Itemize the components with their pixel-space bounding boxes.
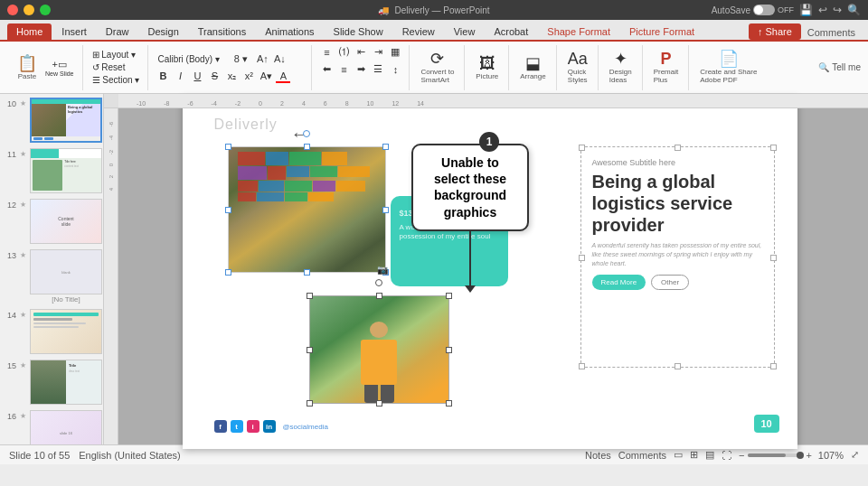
bullets-button[interactable]: ≡ xyxy=(318,45,335,60)
minimize-button[interactable] xyxy=(24,5,34,15)
del-handle-bm[interactable] xyxy=(376,400,382,407)
font-color-button[interactable]: A xyxy=(275,69,291,83)
del-handle-mr[interactable] xyxy=(446,347,452,353)
slide-img-15[interactable]: Title desc text xyxy=(30,360,102,405)
slide-img-12[interactable]: Contentslide xyxy=(30,199,102,244)
instagram-icon[interactable]: i xyxy=(247,420,259,433)
columns-button[interactable]: ▦ xyxy=(387,45,403,60)
rp-handle-tm[interactable] xyxy=(675,145,681,151)
picture-button[interactable]: 🖼 Picture xyxy=(471,52,503,83)
zoom-out-icon[interactable]: − xyxy=(739,450,744,461)
tab-acrobat[interactable]: Acrobat xyxy=(485,23,537,40)
handle-bm[interactable] xyxy=(304,269,310,276)
rp-handle-tr[interactable] xyxy=(770,145,777,151)
numbering-button[interactable]: ⑴ xyxy=(335,45,352,60)
zoom-slider[interactable] xyxy=(748,453,802,457)
slide-thumb-14[interactable]: 14 ★ xyxy=(4,309,99,354)
tab-home[interactable]: Home xyxy=(7,23,52,40)
slide-sorter-icon[interactable]: ⊞ xyxy=(690,449,698,461)
window-controls[interactable] xyxy=(7,5,51,15)
tab-insert[interactable]: Insert xyxy=(52,23,96,40)
del-handle-tm[interactable] xyxy=(376,293,382,299)
superscript-button[interactable]: x² xyxy=(241,69,257,83)
tab-picture-format[interactable]: Picture Format xyxy=(620,23,703,40)
handle-tm[interactable] xyxy=(304,144,310,150)
bold-button[interactable]: B xyxy=(155,69,171,83)
rp-handle-tl[interactable] xyxy=(579,145,585,151)
handle-tr[interactable] xyxy=(382,144,389,150)
slide-thumb-15[interactable]: 15 ★ Title desc text xyxy=(4,360,99,405)
del-handle-bl[interactable] xyxy=(307,400,313,407)
increase-indent-button[interactable]: ⇥ xyxy=(370,45,386,60)
other-button[interactable]: Other xyxy=(651,275,689,290)
rp-handle-br[interactable] xyxy=(770,363,777,369)
tell-me-search[interactable]: 🔍 Tell me xyxy=(818,62,861,72)
reset-button[interactable]: ↺ Reset xyxy=(90,61,143,73)
normal-view-icon[interactable]: ▭ xyxy=(674,449,683,461)
subscript-button[interactable]: x₂ xyxy=(223,69,240,83)
quick-styles-button[interactable]: Aa QuickStyles xyxy=(563,48,592,87)
del-handle-tr[interactable] xyxy=(446,293,452,299)
tab-animations[interactable]: Animations xyxy=(256,23,323,40)
line-spacing-button[interactable]: ↕ xyxy=(387,62,403,77)
font-selector[interactable]: Calibri (Body) ▾ xyxy=(155,51,227,66)
justify-button[interactable]: ☰ xyxy=(370,62,386,77)
slide-img-13[interactable]: blank xyxy=(30,249,102,294)
slide-img-14[interactable] xyxy=(30,309,102,354)
font-decrease[interactable]: A↓ xyxy=(271,51,288,66)
del-handle-tl[interactable] xyxy=(307,293,313,299)
notes-button[interactable]: Notes xyxy=(585,450,611,461)
font-size[interactable]: 8 ▾ xyxy=(228,51,253,66)
tab-transitions[interactable]: Transitions xyxy=(189,23,255,40)
handle-bl[interactable] xyxy=(225,269,231,276)
linkedin-icon[interactable]: in xyxy=(263,420,276,433)
align-left-button[interactable]: ⬅ xyxy=(318,62,335,77)
maximize-button[interactable] xyxy=(40,5,51,15)
italic-button[interactable]: I xyxy=(172,69,188,83)
handle-tl[interactable] xyxy=(225,144,231,150)
presenter-view-icon[interactable]: ⛶ xyxy=(722,450,731,461)
align-right-button[interactable]: ➡ xyxy=(353,62,369,77)
rp-handle-bl[interactable] xyxy=(579,363,585,369)
twitter-icon[interactable]: t xyxy=(231,420,243,433)
layout-button[interactable]: ⊞ Layout ▾ xyxy=(90,49,143,61)
handle-mr[interactable] xyxy=(382,207,389,213)
slide-img-16[interactable]: slide 16 xyxy=(30,410,102,444)
title-icon-1[interactable]: 💾 xyxy=(799,4,813,16)
cargo-image-container[interactable]: 📷 xyxy=(228,146,386,273)
slide-img-11[interactable]: Title here content text xyxy=(30,148,102,193)
strikethrough-button[interactable]: S xyxy=(206,69,222,83)
del-handle-br[interactable] xyxy=(446,400,452,407)
new-slide-button[interactable]: +▭ New Slide xyxy=(42,58,77,78)
tab-draw[interactable]: Draw xyxy=(97,23,138,40)
del-handle-ml[interactable] xyxy=(307,347,313,353)
tab-review[interactable]: Review xyxy=(393,23,444,40)
autosave-toggle[interactable] xyxy=(753,5,775,15)
convert-smartart-button[interactable]: ⟳ Convert toSmartArt xyxy=(416,48,458,87)
tab-slideshow[interactable]: Slide Show xyxy=(325,23,392,40)
section-button[interactable]: ☰ Section ▾ xyxy=(90,74,143,86)
slide-thumb-13[interactable]: 13 ★ blank [No Title] xyxy=(4,249,99,304)
slide-thumb-12[interactable]: 12 ★ Contentslide xyxy=(4,199,99,244)
comments-button[interactable]: Comments xyxy=(802,25,861,40)
share-button[interactable]: ↑ Share xyxy=(749,23,801,40)
title-icon-3[interactable]: ↪ xyxy=(833,4,842,16)
close-button[interactable] xyxy=(7,5,18,15)
text-shadow-button[interactable]: A▾ xyxy=(258,69,274,83)
title-icon-2[interactable]: ↩ xyxy=(818,4,827,16)
reading-view-icon[interactable]: ▤ xyxy=(705,449,714,461)
decrease-indent-button[interactable]: ⇤ xyxy=(353,45,369,60)
zoom-in-icon[interactable]: + xyxy=(806,450,811,461)
design-ideas-button[interactable]: ✦ DesignIdeas xyxy=(605,48,637,87)
slide-thumb-11[interactable]: 11 ★ Title here content text xyxy=(4,148,99,193)
slide-thumb-16[interactable]: 16 ★ slide 16 xyxy=(4,410,99,444)
align-center-button[interactable]: ≡ xyxy=(335,62,352,77)
rp-handle-ml[interactable] xyxy=(579,255,585,261)
tab-shape-format[interactable]: Shape Format xyxy=(538,23,619,40)
handle-ml[interactable] xyxy=(225,207,231,213)
comments-button-status[interactable]: Comments xyxy=(618,450,666,461)
canvas-area[interactable]: -10-8-6-4-202468101214 -6 -4 -2 0 2 4 De… xyxy=(104,94,868,444)
arrange-button[interactable]: ⬓ Arrange xyxy=(515,52,550,83)
facebook-icon[interactable]: f xyxy=(214,420,227,433)
fit-slide-icon[interactable]: ⤢ xyxy=(851,449,859,461)
